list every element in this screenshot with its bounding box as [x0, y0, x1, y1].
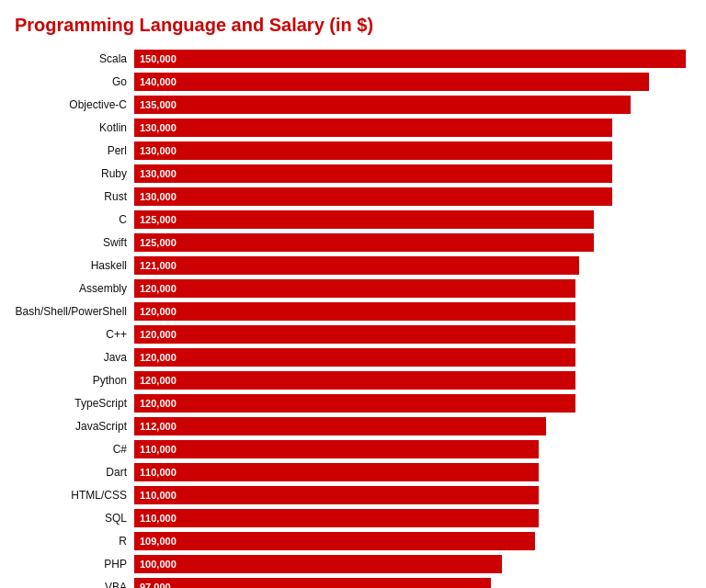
bar-value: 112,000 — [140, 421, 176, 432]
bar-row: Java120,000 — [15, 347, 691, 368]
bar-value: 110,000 — [140, 513, 176, 524]
bar: 121,000 — [134, 256, 579, 275]
bar: 120,000 — [134, 302, 575, 321]
bar-wrapper: 120,000 — [134, 348, 691, 367]
bar-wrapper: 130,000 — [134, 119, 691, 137]
bar-wrapper: 120,000 — [134, 302, 691, 321]
bar: 135,000 — [134, 96, 631, 114]
bar: 110,000 — [134, 509, 539, 527]
bar-wrapper: 130,000 — [134, 164, 691, 183]
bar-row: JavaScript112,000 — [15, 416, 691, 436]
bar: 110,000 — [134, 440, 539, 458]
bar-row: VBA97,000 — [15, 577, 691, 588]
bar-value: 120,000 — [140, 329, 176, 340]
bar-wrapper: 120,000 — [134, 279, 691, 298]
bar-value: 140,000 — [140, 76, 176, 87]
bar-wrapper: 130,000 — [134, 187, 691, 206]
bar-row: Bash/Shell/PowerShell120,000 — [15, 301, 691, 322]
bar-value: 121,000 — [140, 260, 176, 271]
bar-label: C# — [15, 443, 134, 456]
bar-label: Bash/Shell/PowerShell — [15, 305, 134, 318]
bar-value: 100,000 — [140, 559, 176, 570]
bar-row: Go140,000 — [15, 72, 691, 92]
bar-label: Scala — [15, 52, 134, 65]
chart-title: Programming Language and Salary (in $) — [15, 15, 691, 36]
bar-value: 110,000 — [140, 467, 176, 478]
bar: 97,000 — [134, 578, 491, 588]
bar-row: C#110,000 — [15, 439, 691, 459]
bar: 150,000 — [134, 50, 686, 68]
bar-row: Rust130,000 — [15, 187, 691, 207]
bar-value: 120,000 — [140, 306, 176, 317]
bar: 120,000 — [134, 371, 575, 390]
bar: 140,000 — [134, 73, 649, 91]
bar-label: Swift — [15, 236, 134, 249]
bar-value: 110,000 — [140, 444, 176, 455]
bar-row: HTML/CSS110,000 — [15, 485, 691, 505]
bar-row: C++120,000 — [15, 324, 691, 345]
bar: 110,000 — [134, 463, 539, 481]
bar-label: C — [15, 213, 134, 226]
bar-label: Objective-C — [15, 98, 134, 111]
bar-label: Haskell — [15, 259, 134, 272]
bar-value: 125,000 — [140, 237, 176, 248]
bar-value: 120,000 — [140, 352, 176, 363]
bar-row: Kotlin130,000 — [15, 118, 691, 138]
bar-label: Rust — [15, 190, 134, 203]
bar: 120,000 — [134, 394, 575, 413]
bar-wrapper: 100,000 — [134, 555, 691, 573]
bar-label: R — [15, 535, 134, 548]
bar-wrapper: 110,000 — [134, 486, 691, 504]
bar: 109,000 — [134, 532, 535, 550]
bar-row: Assembly120,000 — [15, 278, 691, 299]
bar-row: TypeScript120,000 — [15, 393, 691, 413]
bar-row: Haskell121,000 — [15, 255, 691, 276]
bar: 125,000 — [134, 233, 594, 252]
bar-wrapper: 150,000 — [134, 50, 691, 68]
bar-label: Ruby — [15, 167, 134, 180]
bar-label: Assembly — [15, 282, 134, 295]
bar-label: VBA — [15, 581, 134, 588]
bar-label: SQL — [15, 512, 134, 525]
bar-row: Python120,000 — [15, 370, 691, 390]
bar-chart: Scala150,000Go140,000Objective-C135,000K… — [15, 49, 691, 588]
bar-wrapper: 125,000 — [134, 210, 691, 229]
bar-value: 120,000 — [140, 375, 176, 386]
bar-wrapper: 120,000 — [134, 371, 691, 390]
bar: 130,000 — [134, 141, 612, 160]
bar-label: Dart — [15, 466, 134, 479]
bar: 112,000 — [134, 417, 546, 435]
bar-label: Kotlin — [15, 121, 134, 134]
bar-row: Swift125,000 — [15, 232, 691, 253]
bar-value: 120,000 — [140, 283, 176, 294]
bar-wrapper: 120,000 — [134, 325, 691, 344]
bar-label: HTML/CSS — [15, 489, 134, 502]
bar-value: 135,000 — [140, 99, 176, 110]
bar-wrapper: 110,000 — [134, 509, 691, 527]
bar-wrapper: 112,000 — [134, 417, 691, 435]
bar-row: Dart110,000 — [15, 462, 691, 482]
bar-label: TypeScript — [15, 397, 134, 410]
bar-label: C++ — [15, 328, 134, 341]
bar-wrapper: 97,000 — [134, 578, 691, 588]
bar-label: PHP — [15, 558, 134, 571]
bar-label: JavaScript — [15, 420, 134, 433]
bar-value: 130,000 — [140, 191, 176, 202]
bar-value: 130,000 — [140, 122, 176, 133]
bar-wrapper: 135,000 — [134, 96, 691, 114]
bar: 130,000 — [134, 187, 612, 206]
bar-wrapper: 125,000 — [134, 233, 691, 252]
bar: 110,000 — [134, 486, 539, 504]
bar-value: 130,000 — [140, 168, 176, 179]
bar-wrapper: 120,000 — [134, 394, 691, 413]
bar-value: 150,000 — [140, 53, 176, 64]
bar-value: 97,000 — [140, 582, 171, 588]
bar-row: R109,000 — [15, 531, 691, 551]
bar: 120,000 — [134, 325, 575, 344]
bar-value: 130,000 — [140, 145, 176, 156]
bar-row: Objective-C135,000 — [15, 95, 691, 115]
bar-label: Perl — [15, 144, 134, 157]
bar-value: 120,000 — [140, 398, 176, 409]
bar-label: Python — [15, 374, 134, 387]
bar-value: 110,000 — [140, 490, 176, 501]
